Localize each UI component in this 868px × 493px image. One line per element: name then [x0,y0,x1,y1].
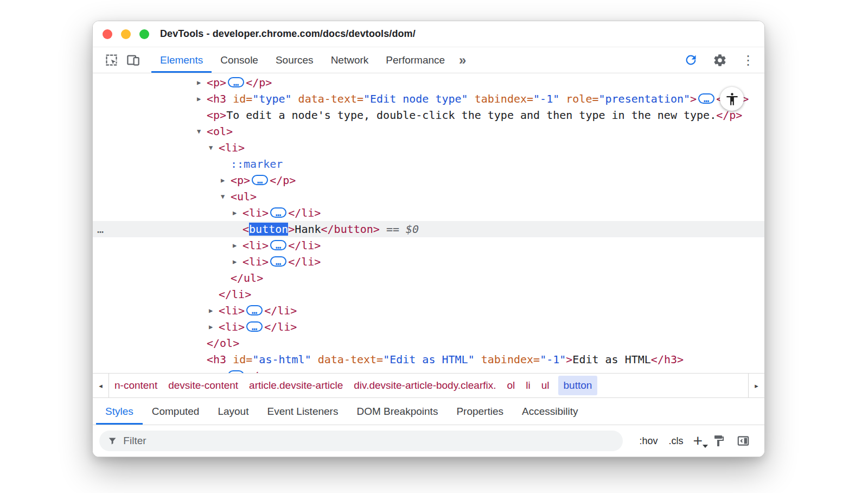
tab-computed[interactable]: Computed [143,398,209,425]
collapsed-arrow-icon[interactable]: ▶ [233,254,242,270]
toggle-sidebar-icon[interactable] [731,434,756,448]
breadcrumb-item[interactable]: article.devsite-article [244,380,348,391]
tree-node[interactable]: ▶<li>…</li> [93,302,764,319]
tree-node[interactable]: ::marker [93,156,764,172]
new-style-rule-button[interactable]: + [688,433,707,449]
tab-console[interactable]: Console [212,47,267,73]
toggle-element-state-button[interactable]: :hov [634,435,663,447]
tab-sources[interactable]: Sources [267,47,322,73]
collapsed-arrow-icon[interactable]: ▶ [197,74,207,91]
breadcrumb-item[interactable]: ul [536,380,555,391]
collapsed-arrow-icon[interactable]: ▶ [233,237,242,254]
collapsed-arrow-icon[interactable]: ▶ [197,368,207,374]
ellipsis-expand-button[interactable]: … [270,207,286,218]
more-tabs-icon[interactable]: » [454,47,471,73]
code-token: <p> [231,174,250,187]
tree-node[interactable]: ▶<li>…</li> [93,237,764,254]
collapsed-arrow-icon[interactable]: ▶ [209,302,219,319]
breadcrumb-scroll-left-icon[interactable]: ◂ [93,374,109,397]
row-more-icon[interactable]: … [97,221,104,237]
kebab-menu-icon[interactable]: ⋮ [738,53,758,68]
code-token: <h3 [207,353,226,366]
chevron-down-icon [703,445,708,448]
ellipsis-expand-button[interactable]: … [228,77,244,87]
sidebar-tabs: Styles Computed Layout Event Listeners D… [93,398,764,425]
tab-styles[interactable]: Styles [96,398,143,425]
tree-node[interactable]: ▼<li> [93,140,764,156]
devtools-window: DevTools - developer.chrome.com/docs/dev… [92,21,765,457]
ellipsis-expand-button[interactable]: … [698,93,714,104]
tab-dom-breakpoints[interactable]: DOM Breakpoints [347,398,447,425]
tree-node[interactable]: ▼<ol> [93,123,764,140]
breadcrumb-item[interactable]: n-content [109,380,163,391]
tree-node[interactable]: ▼<ul> [93,188,764,205]
tree-node[interactable]: ▶<li>…</li> [93,205,764,221]
tab-layout[interactable]: Layout [208,398,258,425]
code-token: </p> [246,369,272,373]
tab-accessibility[interactable]: Accessibility [513,398,587,425]
code-token: "presentation" [599,92,691,105]
tree-node[interactable]: <h3 id="as-html" data-text="Edit as HTML… [93,351,764,368]
tree-node[interactable]: ▶<p>…</p> [93,368,764,373]
collapsed-arrow-icon[interactable]: ▶ [233,205,242,221]
code-token: </li> [288,239,321,252]
tab-properties[interactable]: Properties [447,398,513,425]
tab-elements[interactable]: Elements [151,47,212,73]
breadcrumb-item[interactable]: devsite-content [163,380,244,391]
tree-node[interactable]: </li> [93,286,764,302]
ellipsis-expand-button[interactable]: … [270,240,286,250]
breadcrumb-item-selected[interactable]: button [558,376,598,395]
breadcrumb-item[interactable]: div.devsite-article-body.clearfix. [348,380,501,391]
ellipsis-expand-button[interactable]: … [228,370,244,373]
tree-node[interactable]: </ol> [93,335,764,351]
expanded-arrow-icon[interactable]: ▼ [221,188,231,205]
code-token: < [242,223,249,236]
collapsed-arrow-icon[interactable]: ▶ [209,319,219,335]
breadcrumb-item[interactable]: ol [502,380,521,391]
ellipsis-expand-button[interactable]: … [252,175,268,185]
code-token: > [566,353,572,366]
breadcrumb-bar: ◂ n-content devsite-content article.devs… [93,373,764,398]
tab-performance[interactable]: Performance [377,47,454,73]
paint-icon[interactable] [707,434,731,447]
ellipsis-expand-button[interactable]: … [246,321,263,332]
minimize-button[interactable] [121,29,131,39]
tree-node-selected[interactable]: <button>Hank</button> == $0… [93,221,764,237]
code-token: == [380,223,406,236]
code-token: <li> [219,141,245,154]
close-button[interactable] [103,29,112,39]
code-token: tabindex= [475,353,540,366]
tab-network[interactable]: Network [322,47,378,73]
tab-event-listeners[interactable]: Event Listeners [258,398,347,425]
inspect-icon[interactable] [100,47,122,73]
filter-field[interactable] [99,431,623,451]
expanded-arrow-icon[interactable]: ▼ [197,123,207,140]
refresh-icon[interactable] [680,53,701,67]
element-classes-button[interactable]: .cls [663,435,688,447]
ellipsis-expand-button[interactable]: … [270,256,286,267]
code-token: ::marker [231,157,283,170]
code-token: data-text= [311,353,383,366]
expanded-arrow-icon[interactable]: ▼ [209,140,219,156]
breadcrumb-item[interactable]: li [520,380,535,391]
filter-funnel-icon [107,435,118,447]
filter-input[interactable] [123,435,615,447]
breadcrumb-scroll-right-icon[interactable]: ▸ [748,374,764,397]
collapsed-arrow-icon[interactable]: ▶ [197,91,207,107]
tree-node[interactable]: ▶<li>…</li> [93,319,764,335]
tree-node[interactable]: </ul> [93,270,764,286]
tree-node[interactable]: ▶<h3 id="type" data-text="Edit node type… [93,91,764,107]
zoom-button[interactable] [139,29,149,39]
tree-node[interactable]: ▶<p>…</p> [93,172,764,188]
collapsed-arrow-icon[interactable]: ▶ [221,172,231,188]
gear-icon[interactable] [709,53,731,67]
ellipsis-expand-button[interactable]: … [246,305,263,315]
code-token: Hank [295,223,321,236]
tree-node[interactable]: ▶<li>…</li> [93,254,764,270]
tree-node[interactable]: ▶<p>…</p> [93,74,764,91]
code-token: </h3> [651,353,684,366]
toolbar-right-icons: ⋮ [680,47,758,73]
styles-filter-bar: :hov .cls + [93,425,764,457]
device-toolbar-icon[interactable] [122,47,144,73]
tree-node[interactable]: <p>To edit a node's type, double-click t… [93,107,764,123]
